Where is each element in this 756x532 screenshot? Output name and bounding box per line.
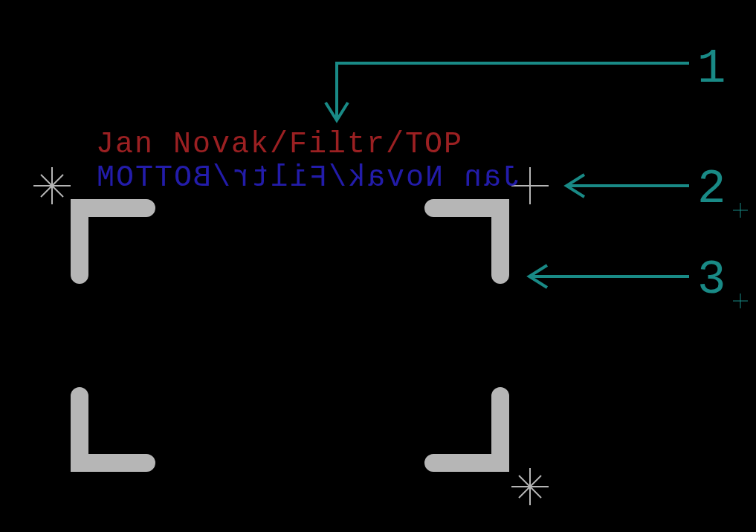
corner-bottom-right xyxy=(433,396,500,463)
callout-2-label: 2 xyxy=(697,163,726,216)
silkscreen-bottom-text: Jan Novak/Filtr/BOTTOM xyxy=(95,161,520,195)
corner-top-right xyxy=(433,208,500,275)
teal-cross-upper xyxy=(733,203,748,218)
fiducial-bottom-right xyxy=(511,468,549,505)
corner-bottom-left xyxy=(80,396,146,463)
callout-2: 2 xyxy=(566,163,726,216)
diagram-canvas: Jan Novak/Filtr/TOP Jan Novak/Filtr/BOTT… xyxy=(0,0,756,532)
board-outline xyxy=(80,208,500,463)
callout-3-label: 3 xyxy=(697,253,726,307)
callout-1-label: 1 xyxy=(697,42,726,96)
silkscreen-top-text: Jan Novak/Filtr/TOP xyxy=(96,128,463,161)
teal-cross-lower xyxy=(733,293,748,308)
corner-top-left xyxy=(80,208,146,275)
fiducial-top-left xyxy=(33,167,71,204)
callout-1: 1 xyxy=(326,42,726,120)
callout-3: 3 xyxy=(529,253,726,307)
